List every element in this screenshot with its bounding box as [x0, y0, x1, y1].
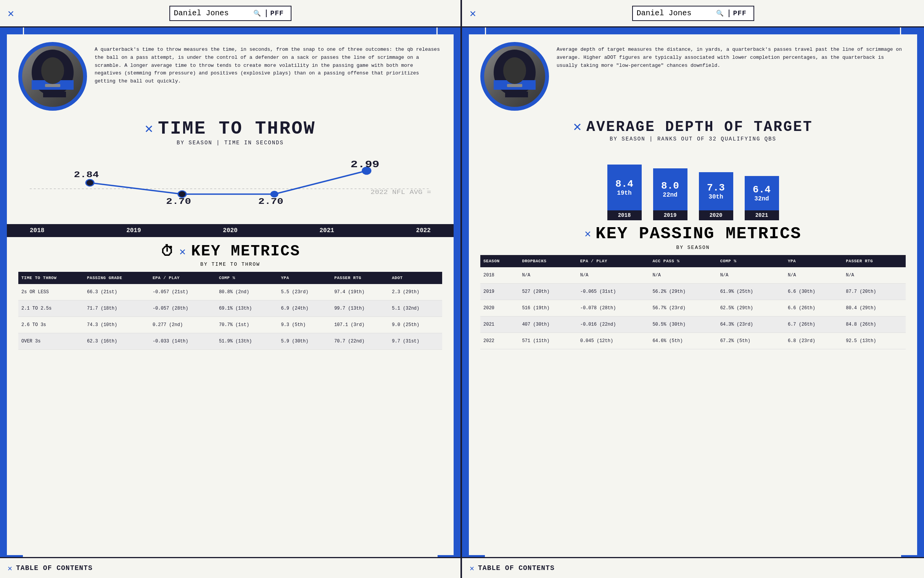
kpm-section: ✕ KEY PASSING METRICS BY SEASON SEASON D… [469, 220, 917, 376]
x-mark: ✕ [179, 245, 186, 258]
blue-strip-top [0, 28, 461, 34]
search-icon: 🔍 [716, 10, 724, 17]
left-blue-border [462, 28, 469, 557]
key-metrics-title: ⏱ ✕ KEY METRICS [18, 243, 442, 260]
svg-text:2.99: 2.99 [351, 159, 380, 170]
bar-group: 6.432nd2021 [745, 176, 779, 220]
year-bar: 2018 2019 2020 2021 2022 [7, 224, 454, 237]
bar-value: 6.4 [753, 184, 770, 195]
chart-svg: 2022 NFL AVG = 2.77s 2.84 2.70 2.70 [30, 155, 431, 209]
col-ttt: TIME TO THROW [18, 272, 84, 284]
col-passer-rtg: PASSER RTG [843, 255, 906, 267]
year-2020: 2020 [223, 227, 237, 234]
table-row: 2.1 TO 2.5s71.7 (18th)-0.057 (28th)69.1%… [18, 300, 442, 317]
search-bar[interactable]: 🔍 PFF [632, 6, 754, 21]
section-title-area-right: ✕ AVERAGE DEPTH OF TARGET BY SEASON | RA… [469, 115, 917, 144]
bar-group: 8.022nd2019 [653, 168, 688, 220]
svg-rect-4 [45, 84, 60, 87]
player-avatar [480, 42, 549, 111]
col-dropbacks: DROPBACKS [519, 255, 577, 267]
table-row: 2020516 (19th)-0.078 (28th)56.7% (23rd)6… [480, 300, 906, 317]
bar-value: 8.0 [661, 180, 679, 192]
svg-rect-17 [505, 92, 528, 97]
table-row: OVER 3s62.3 (16th)-0.033 (14th)51.9% (13… [18, 333, 442, 350]
right-blue-border [917, 28, 924, 557]
svg-text:2.70: 2.70 [258, 196, 283, 206]
section-subtitle-right: BY SEASON | RANKS OUT OF 32 QUALIFYING Q… [469, 136, 917, 142]
bar-rank: 30th [709, 193, 723, 200]
footer-x-icon: ✕ [469, 563, 474, 573]
table-row: 2022571 (11th)0.045 (12th)64.6% (5th)67.… [480, 333, 906, 349]
player-intro: A quarterback's time to throw measures t… [7, 34, 454, 115]
player-avatar-inner [22, 46, 83, 107]
col-ypa: YPA [278, 272, 331, 284]
svg-text:2.84: 2.84 [74, 170, 99, 180]
search-bar[interactable]: 🔍 PFF [169, 6, 291, 21]
year-2022: 2022 [416, 227, 431, 234]
section-title-area: ✕ TIME TO THROW BY SEASON | TIME IN SECO… [7, 115, 454, 148]
blue-strip-top [462, 28, 924, 34]
table-row: 2019527 (20th)-0.065 (31st)56.2% (29th)6… [480, 284, 906, 300]
player-description: A quarterback's time to throw measures t… [95, 46, 442, 86]
search-icon: 🔍 [253, 10, 261, 17]
chart-area: 2022 NFL AVG = 2.77s 2.84 2.70 2.70 [7, 148, 454, 224]
col-epa: EPA / PLAY [150, 272, 216, 284]
bar-value: 8.4 [615, 178, 633, 190]
col-comp: COMP % [717, 255, 785, 267]
header-x-icon: ✕ [469, 7, 476, 20]
panel-header: ✕ 🔍 PFF [462, 0, 924, 28]
key-metrics-subtitle: BY TIME TO THROW [18, 261, 442, 267]
col-season: SEASON [480, 255, 519, 267]
col-epa: EPA / PLAY [577, 255, 650, 267]
adot-bar: 7.330th [699, 172, 733, 210]
player-intro: Average depth of target measures the dis… [469, 34, 917, 115]
search-input[interactable] [637, 9, 713, 18]
helmet-svg-right [484, 46, 545, 107]
year-2019: 2019 [126, 227, 141, 234]
bar-rank: 19th [617, 190, 631, 196]
svg-point-7 [86, 179, 94, 186]
pff-logo: PFF [266, 10, 284, 17]
right-blue-border [454, 28, 461, 557]
key-metrics-section: ⏱ ✕ KEY METRICS BY TIME TO THROW TIME TO… [7, 237, 454, 356]
col-ypa: YPA [785, 255, 843, 267]
section-title: ✕ TIME TO THROW [7, 119, 454, 139]
bar-group: 7.330th2020 [699, 172, 733, 220]
col-acc: ACC PASS % [649, 255, 717, 267]
right-footer: ✕ Table of Contents [462, 557, 924, 578]
adot-bars: 8.419th20188.022nd20197.330th20206.432nd… [469, 144, 917, 220]
kpm-table: SEASON DROPBACKS EPA / PLAY ACC PASS % C… [480, 255, 906, 349]
col-comp: COMP % [216, 272, 278, 284]
table-row: 2.6 TO 3s74.3 (10th)0.277 (2nd)70.7% (1s… [18, 317, 442, 333]
section-subtitle: BY SEASON | TIME IN SECONDS [7, 140, 454, 146]
footer-text-right: Table of Contents [478, 564, 555, 572]
adot-bar: 8.419th [607, 164, 642, 210]
bar-year: 2020 [699, 210, 733, 220]
svg-point-3 [41, 57, 64, 84]
search-input[interactable] [174, 9, 250, 18]
year-2021: 2021 [319, 227, 334, 234]
col-adot: ADOT [389, 272, 442, 284]
kpm-subtitle: BY SEASON [480, 245, 906, 250]
svg-rect-19 [507, 84, 522, 87]
col-passer: PASSER RTG [331, 272, 389, 284]
svg-text:2022 NFL AVG = 2.77s: 2022 NFL AVG = 2.77s [371, 189, 431, 195]
left-panel: ✕ ✕ ✕ ✕ ✕ 🔍 PFF [0, 0, 462, 578]
panel-header: ✕ 🔍 PFF [0, 0, 461, 28]
left-blue-border [0, 28, 7, 557]
footer-x-icon: ✕ [8, 563, 12, 573]
bar-year: 2021 [745, 210, 779, 220]
year-2018: 2018 [30, 227, 44, 234]
adot-bar: 6.432nd [745, 176, 779, 210]
footer-text: Table of Contents [16, 564, 93, 572]
adot-bar: 8.022nd [653, 168, 688, 210]
bar-rank: 22nd [663, 192, 677, 198]
helmet-svg [22, 46, 83, 107]
kpm-x-icon: ✕ [584, 227, 592, 240]
left-footer: ✕ Table of Contents [0, 557, 461, 578]
svg-point-18 [503, 57, 526, 84]
table-row: 2s OR LESS66.3 (21st)-0.057 (21st)80.8% … [18, 284, 442, 300]
svg-rect-2 [43, 92, 66, 97]
bar-year: 2018 [607, 210, 642, 220]
title-x-icon: ✕ [145, 120, 154, 137]
